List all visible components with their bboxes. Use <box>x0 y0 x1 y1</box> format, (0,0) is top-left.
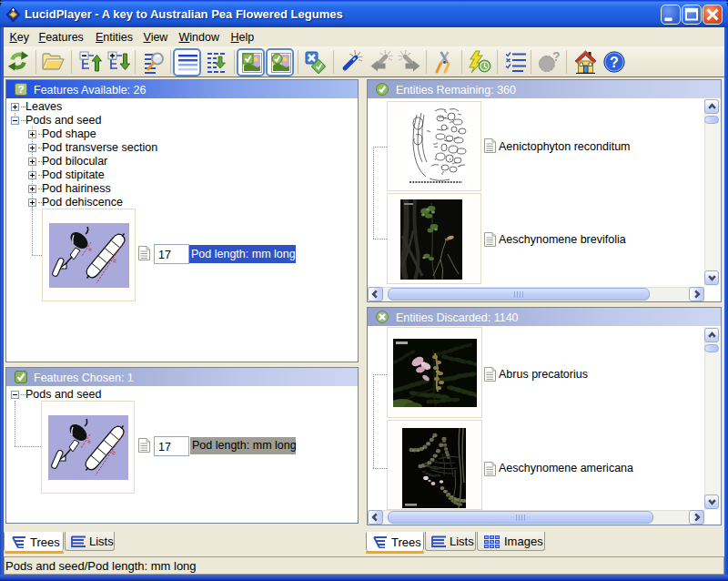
svg-text:?: ? <box>552 52 561 64</box>
svg-text:?: ? <box>18 84 25 95</box>
svg-text:?: ? <box>610 55 619 70</box>
